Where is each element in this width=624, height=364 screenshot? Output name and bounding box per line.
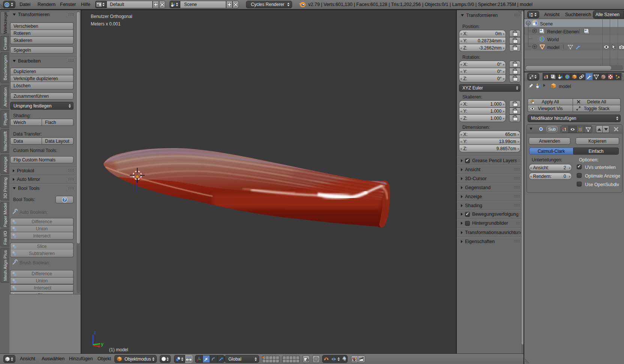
svg-text:?: ? <box>63 198 66 202</box>
svg-text:x: x <box>98 344 100 348</box>
svg-text:y: y <box>101 342 104 347</box>
svg-text:i: i <box>6 3 8 6</box>
svg-text:z: z <box>94 330 96 335</box>
